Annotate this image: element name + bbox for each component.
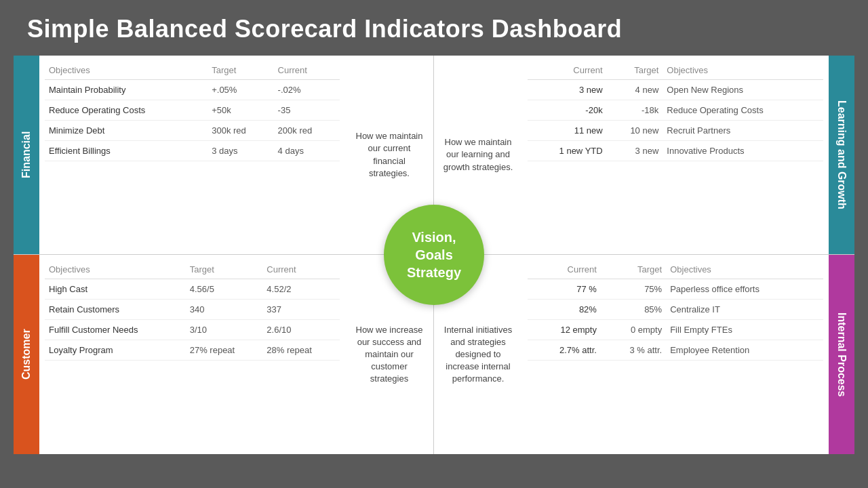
table-row: 82%85%Centralize IT xyxy=(528,300,823,320)
internal-col-target: Target xyxy=(601,262,666,279)
learning-table-section: Current Target Objectives 3 new4 newOpen… xyxy=(522,56,829,254)
table-row: 3 new4 newOpen New Regions xyxy=(528,80,823,100)
financial-quadrant: Financial Objectives Target Current Main… xyxy=(14,56,434,255)
learning-col-objectives: Objectives xyxy=(663,62,823,80)
table-row: Efficient Billings3 days4 days xyxy=(45,141,340,161)
vision-line3: Strategy xyxy=(407,265,461,280)
learning-quadrant: How we maintain our learning and growth … xyxy=(434,56,854,255)
table-row: Minimize Debt300k red200k red xyxy=(45,121,340,141)
table-row: Loyalty Program27% repeat28% repeat xyxy=(45,340,340,361)
table-row: Reduce Operating Costs+50k-35 xyxy=(45,100,340,121)
internal-table-section: Current Target Objectives 77 %75%Paperle… xyxy=(522,255,829,454)
financial-col-objectives: Objectives xyxy=(45,62,208,80)
customer-col-current: Current xyxy=(262,262,340,279)
financial-label: Financial xyxy=(14,56,39,254)
table-row: Fulfill Customer Needs3/102.6/10 xyxy=(45,320,340,340)
table-row: 11 new10 newRecruit Partners xyxy=(528,121,823,141)
vision-circle: Vision, Goals Strategy xyxy=(384,205,484,305)
learning-label: Learning and Growth xyxy=(829,56,854,254)
table-row: 77 %75%Paperless office efforts xyxy=(528,279,823,300)
table-row: -20k-18kReduce Operating Costs xyxy=(528,100,823,121)
learning-col-current: Current xyxy=(528,62,607,80)
table-row: Maintain Probability+.05%-.02% xyxy=(45,80,340,100)
financial-table: Objectives Target Current Maintain Proba… xyxy=(45,62,340,161)
table-row: High Cast4.56/54.52/2 xyxy=(45,279,340,300)
internal-table: Current Target Objectives 77 %75%Paperle… xyxy=(528,262,823,361)
vision-line2: Goals xyxy=(415,247,453,262)
customer-table: Objectives Target Current High Cast4.56/… xyxy=(45,262,340,361)
internal-label: Internal Process xyxy=(829,255,854,454)
table-row: 2.7% attr.3 % attr.Employee Retention xyxy=(528,340,823,361)
learning-table: Current Target Objectives 3 new4 newOpen… xyxy=(528,62,823,161)
customer-col-target: Target xyxy=(186,262,263,279)
financial-col-target: Target xyxy=(208,62,273,80)
customer-quadrant: Customer Objectives Target Current High … xyxy=(14,255,434,454)
financial-table-section: Objectives Target Current Maintain Proba… xyxy=(39,56,345,254)
table-row: Retain Customers340337 xyxy=(45,300,340,320)
customer-table-section: Objectives Target Current High Cast4.56/… xyxy=(39,255,345,454)
internal-col-objectives: Objectives xyxy=(666,262,823,279)
page-title: Simple Balanced Scorecard Indicators Das… xyxy=(0,0,868,56)
financial-col-current: Current xyxy=(274,62,340,80)
customer-col-objectives: Objectives xyxy=(45,262,186,279)
internal-quadrant: Internal initiatives and strategies desi… xyxy=(434,255,854,454)
table-row: 12 empty0 emptyFill Empty FTEs xyxy=(528,320,823,340)
customer-label: Customer xyxy=(14,255,39,454)
table-row: 1 new YTD3 newInnovative Products xyxy=(528,141,823,161)
internal-col-current: Current xyxy=(528,262,601,279)
vision-line1: Vision, xyxy=(412,230,456,245)
learning-col-target: Target xyxy=(607,62,663,80)
